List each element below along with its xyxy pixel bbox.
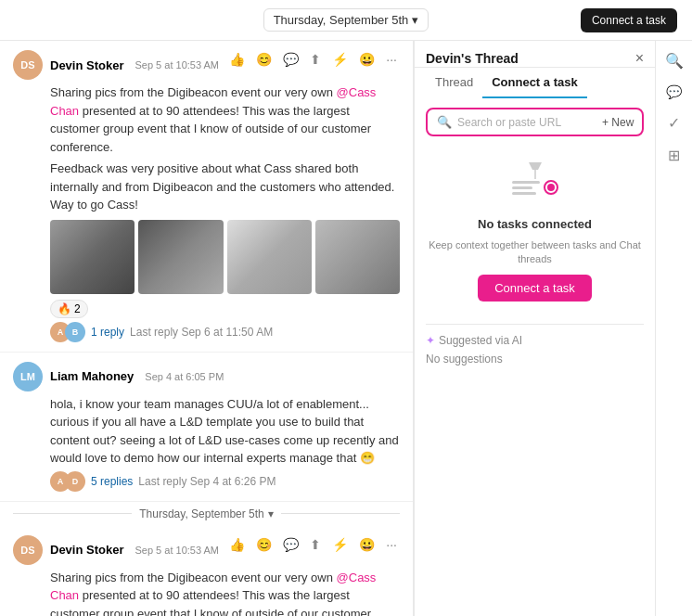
date-label: Thursday, September 5th [274,13,409,27]
message-subtext: Feedback was very positive about what Ca… [50,160,400,214]
timestamp: Sep 5 at 10:53 AM [135,545,219,556]
reactions: 🔥 2 [50,300,400,318]
message-header: LM Liam Mahoney Sep 4 at 6:05 PM [13,362,224,391]
thread-title: Devin's Thread [426,51,519,66]
avatar: DS [13,50,43,80]
chevron-down-icon: ▾ [412,13,418,27]
thread-panel: Devin's Thread × Thread Connect a task 🔍… [414,41,655,616]
emoji2-icon[interactable]: 😀 [356,535,378,554]
reaction-fire[interactable]: 🔥 2 [50,300,88,318]
no-tasks-description: Keep context together between tasks and … [426,238,644,267]
tab-connect-task[interactable]: Connect a task [482,68,586,98]
suggested-section: ✦ Suggested via AI No suggestions [426,324,644,366]
more-icon[interactable]: ··· [383,535,400,554]
search-task-box[interactable]: 🔍 + New [426,108,644,136]
sender-name: Devin Stoker [50,58,123,72]
search-task-input[interactable] [457,116,596,129]
avatar: LM [13,362,43,391]
grid-icon[interactable]: ⊞ [668,147,680,164]
chat-panel: DS Devin Stoker Sep 5 at 10:53 AM 👍 😊 💬 … [0,41,414,616]
search-icon[interactable]: 🔍 [665,52,684,70]
like-icon[interactable]: 👍 [226,535,248,554]
no-tasks-graphic [503,159,568,210]
sender-name: Devin Stoker [50,543,123,557]
date-selector[interactable]: Thursday, September 5th ▾ [263,8,429,32]
more-icon[interactable]: ··· [383,50,400,69]
suggested-label: ✦ Suggested via AI [426,334,644,347]
thread-close-button[interactable]: × [635,50,644,67]
timestamp: Sep 5 at 10:53 AM [135,59,219,71]
svg-rect-2 [512,181,540,184]
check-icon[interactable]: ✓ [668,114,680,132]
mention: @Cass Chan [50,571,376,603]
images-row [50,220,400,294]
divider-line [13,513,132,514]
reply-avatar-2: D [65,471,85,492]
reply-avatar-2: B [65,322,85,342]
chat-icon[interactable]: 💬 [666,84,682,99]
svg-point-6 [547,184,555,191]
connect-task-top-button[interactable]: Connect a task [581,8,677,32]
last-reply-time: Last reply Sep 6 at 11:50 AM [130,326,273,339]
reply-avatars: A D [50,471,85,492]
avatar: DS [13,535,43,565]
thread-tabs: Thread Connect a task [415,68,655,98]
message-header: DS Devin Stoker Sep 5 at 10:53 AM [13,535,219,565]
image-4 [315,220,400,294]
message-block: DS Devin Stoker Sep 5 at 10:53 AM 👍 😊 💬 … [0,526,413,617]
share-icon[interactable]: ⬆ [307,50,324,69]
thread-body: 🔍 + New [415,98,655,616]
thread-header: Devin's Thread × [415,41,655,68]
message-toolbar: 👍 😊 💬 ⬆ ⚡ 😀 ··· [226,535,400,554]
last-reply-time: Last reply Sep 4 at 6:26 PM [138,475,276,488]
message-toolbar: 👍 😊 💬 ⬆ ⚡ 😀 ··· [226,50,400,69]
image-3 [227,220,312,294]
svg-rect-3 [512,186,532,189]
connect-task-button[interactable]: Connect a task [478,275,592,302]
like-icon[interactable]: 👍 [226,50,248,69]
tab-thread[interactable]: Thread [426,68,482,98]
reply-avatars: A B [50,322,85,342]
main-content: DS Devin Stoker Sep 5 at 10:53 AM 👍 😊 💬 … [0,41,692,616]
no-tasks-title: No tasks connected [478,217,592,231]
message-text: Sharing pics from the Digibeacon event o… [50,83,400,156]
no-tasks-section: No tasks connected Keep context together… [426,148,644,313]
message-text: hola, i know your team manages CUU/a lot… [50,395,400,468]
emoji-icon[interactable]: 😊 [253,50,275,69]
top-bar: Thursday, September 5th ▾ Connect a task [0,0,692,41]
reply-info[interactable]: A B 1 reply Last reply Sep 6 at 11:50 AM [50,322,400,342]
new-button[interactable]: + New [602,116,634,129]
date-divider-text[interactable]: Thursday, September 5th ▾ [139,507,274,520]
message-header: DS Devin Stoker Sep 5 at 10:53 AM [13,50,219,80]
bolt-icon[interactable]: ⚡ [329,535,351,554]
share-icon[interactable]: ⬆ [307,535,324,554]
mention: @Cass Chan [50,85,376,118]
date-divider: Thursday, September 5th ▾ [0,502,413,526]
right-sidebar-icons: 🔍 💬 ✓ ⊞ [655,41,692,616]
message-block: LM Liam Mahoney Sep 4 at 6:05 PM hola, i… [0,353,413,502]
reply-info[interactable]: A D 5 replies Last reply Sep 4 at 6:26 P… [50,471,400,492]
timestamp: Sep 4 at 6:05 PM [145,371,224,382]
reply-count: 5 replies [91,475,133,488]
emoji2-icon[interactable]: 😀 [356,50,378,69]
message-block: DS Devin Stoker Sep 5 at 10:53 AM 👍 😊 💬 … [0,41,413,353]
image-2 [138,220,223,294]
emoji-icon[interactable]: 😊 [253,535,275,554]
bolt-icon[interactable]: ⚡ [329,50,351,69]
reply-icon[interactable]: 💬 [280,50,301,69]
image-1 [50,220,135,294]
divider-line [281,513,400,514]
svg-rect-4 [512,192,536,195]
message-text: Sharing pics from the Digibeacon event o… [50,569,400,617]
sender-name: Liam Mahoney [50,369,134,383]
chevron-down-icon: ▾ [268,507,274,520]
svg-marker-0 [529,162,542,170]
reply-icon[interactable]: 💬 [280,535,301,554]
reply-count: 1 reply [91,326,124,339]
search-icon: 🔍 [437,115,452,129]
no-suggestions-label: No suggestions [426,353,644,366]
